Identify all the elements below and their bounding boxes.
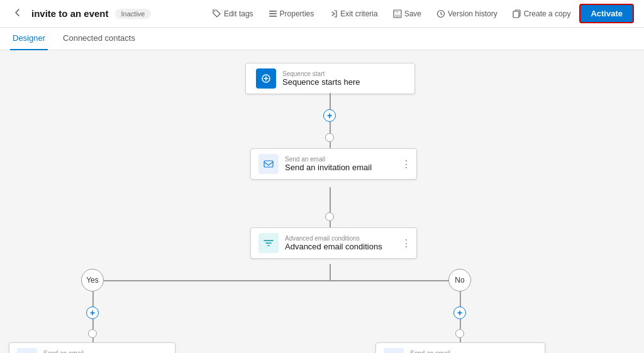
save-label: Save bbox=[404, 9, 421, 18]
yes-email-icon bbox=[17, 348, 37, 353]
connector-line-1 bbox=[330, 93, 331, 111]
header: invite to an event Inactive Edit tags Pr… bbox=[0, 0, 644, 28]
connector-line-3 bbox=[330, 142, 331, 148]
create-copy-button[interactable]: Create a copy bbox=[506, 6, 577, 22]
header-right: Edit tags Properties Exit criteria Save bbox=[206, 4, 634, 23]
email1-icon bbox=[258, 154, 279, 174]
back-button[interactable] bbox=[10, 5, 25, 23]
svg-rect-1 bbox=[269, 11, 277, 12]
header-left: invite to an event Inactive bbox=[10, 5, 151, 23]
save-icon bbox=[393, 9, 402, 18]
branch-line bbox=[93, 280, 460, 281]
connector-line-5 bbox=[330, 221, 331, 227]
yes-branch-label: Yes bbox=[81, 269, 104, 291]
status-badge: Inactive bbox=[115, 9, 152, 19]
copy-icon bbox=[513, 9, 521, 18]
condition1-menu[interactable]: ⋮ bbox=[401, 237, 411, 249]
version-history-label: Version history bbox=[448, 9, 497, 18]
no-email-text: Send an email Follow up email for the ev… bbox=[410, 350, 514, 353]
canvas: Sequence start Sequence starts here + Se… bbox=[0, 50, 644, 353]
no-circle bbox=[455, 329, 464, 338]
create-copy-label: Create a copy bbox=[524, 9, 571, 18]
condition1-text: Advanced email conditions Advanced email… bbox=[285, 235, 382, 251]
no-connector-1 bbox=[460, 291, 461, 308]
svg-rect-8 bbox=[513, 11, 519, 18]
properties-button[interactable]: Properties bbox=[262, 6, 321, 22]
save-button[interactable]: Save bbox=[387, 6, 428, 22]
version-history-button[interactable]: Version history bbox=[430, 6, 504, 22]
sequence-start-icon bbox=[256, 68, 276, 89]
connector-circle-1 bbox=[325, 133, 334, 142]
connector-line-4 bbox=[330, 187, 331, 212]
tab-connected-contacts[interactable]: Connected contacts bbox=[60, 28, 138, 50]
sequence-start-text: Sequence start Sequence starts here bbox=[282, 70, 360, 87]
tabs: Designer Connected contacts bbox=[0, 28, 644, 50]
svg-rect-6 bbox=[395, 14, 400, 17]
history-icon bbox=[436, 9, 445, 18]
no-branch-label: No bbox=[448, 269, 471, 291]
page-title: invite to an event bbox=[31, 8, 109, 19]
email-node-1: Send an email Send an invitation email ⋮ bbox=[250, 148, 417, 180]
no-connector-2 bbox=[460, 319, 461, 329]
properties-label: Properties bbox=[280, 9, 314, 18]
svg-rect-10 bbox=[264, 161, 273, 167]
back-icon bbox=[13, 8, 23, 18]
yes-add-btn[interactable]: + bbox=[86, 307, 99, 319]
svg-rect-3 bbox=[269, 16, 277, 17]
yes-connector-2 bbox=[92, 319, 94, 329]
no-email-node: Send an email Follow up email for the ev… bbox=[375, 342, 545, 353]
properties-icon bbox=[269, 9, 277, 18]
exit-criteria-label: Exit criteria bbox=[340, 9, 377, 18]
tab-designer[interactable]: Designer bbox=[10, 28, 48, 50]
email1-menu[interactable]: ⋮ bbox=[401, 158, 411, 170]
exit-criteria-button[interactable]: Exit criteria bbox=[323, 6, 384, 22]
connector-circle-2 bbox=[325, 212, 334, 221]
edit-tags-label: Edit tags bbox=[224, 9, 253, 18]
no-add-btn[interactable]: + bbox=[453, 307, 466, 319]
activate-button[interactable]: Activate bbox=[579, 4, 634, 23]
yes-email-node: Send an email Send a confirmation email … bbox=[9, 342, 175, 353]
svg-rect-2 bbox=[269, 13, 277, 14]
yes-circle bbox=[88, 329, 97, 338]
yes-email-text: Send an email Send a confirmation email bbox=[43, 350, 138, 353]
svg-point-0 bbox=[214, 11, 216, 12]
tag-icon bbox=[213, 9, 221, 18]
no-email-icon bbox=[384, 348, 404, 353]
condition-node-1: Advanced email conditions Advanced email… bbox=[250, 227, 417, 259]
svg-rect-5 bbox=[395, 10, 399, 13]
email1-text: Send an email Send an invitation email bbox=[285, 156, 372, 172]
condition1-icon bbox=[258, 233, 279, 253]
add-step-1[interactable]: + bbox=[323, 109, 336, 122]
connector-line-6 bbox=[330, 264, 331, 280]
yes-connector-1 bbox=[92, 291, 94, 308]
sequence-start-node: Sequence start Sequence starts here bbox=[245, 63, 415, 94]
connector-line-2 bbox=[330, 122, 331, 133]
exit-icon bbox=[329, 9, 338, 18]
edit-tags-button[interactable]: Edit tags bbox=[206, 6, 260, 22]
